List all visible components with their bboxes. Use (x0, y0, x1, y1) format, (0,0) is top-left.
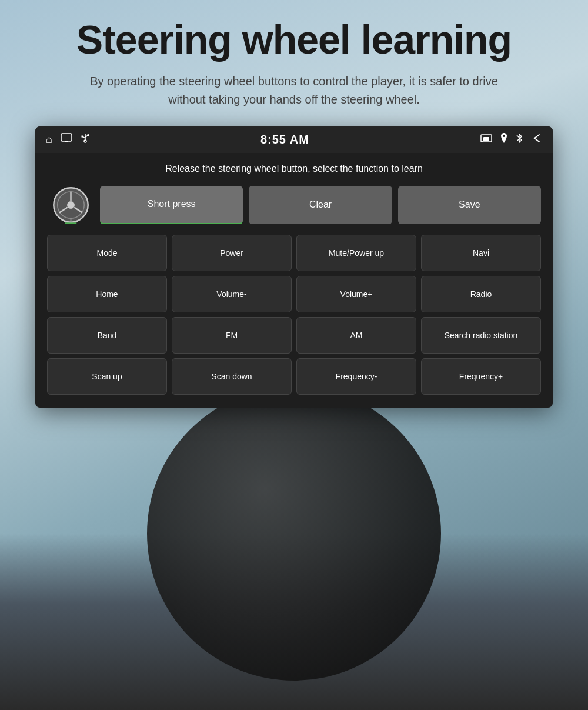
controls-row: Short press Clear Save (47, 186, 541, 224)
svg-rect-9 (483, 137, 489, 141)
clear-button[interactable]: Clear (249, 186, 392, 224)
btn-volume-minus[interactable]: Volume- (172, 276, 292, 312)
status-right (480, 132, 542, 147)
btn-power[interactable]: Power (172, 235, 292, 271)
steering-wheel-bg (147, 386, 441, 681)
btn-mute-power-up[interactable]: Mute/Power up (296, 235, 416, 271)
btn-radio[interactable]: Radio (421, 276, 541, 312)
btn-volume-plus[interactable]: Volume+ (296, 276, 416, 312)
home-icon[interactable]: ⌂ (46, 134, 52, 146)
status-time: 8:55 AM (260, 133, 309, 146)
btn-band[interactable]: Band (47, 317, 167, 354)
svg-point-4 (87, 134, 89, 136)
steering-wheel-icon-wrap (47, 186, 94, 224)
btn-search-radio-station[interactable]: Search radio station (421, 317, 541, 354)
bluetooth-icon[interactable] (515, 132, 523, 147)
save-button[interactable]: Save (398, 186, 541, 224)
screen-icon[interactable] (61, 133, 72, 146)
btn-am[interactable]: AM (296, 317, 416, 354)
btn-scan-down[interactable]: Scan down (172, 358, 292, 395)
svg-rect-6 (81, 135, 83, 137)
back-icon[interactable] (530, 132, 542, 147)
svg-rect-0 (61, 134, 72, 141)
svg-point-7 (84, 140, 86, 142)
ui-main: Release the steering wheel button, selec… (35, 153, 553, 408)
page-title: Steering wheel learning (76, 18, 512, 62)
function-button-grid: Mode Power Mute/Power up Navi Home Volum… (47, 235, 541, 395)
btn-fm[interactable]: FM (172, 317, 292, 354)
svg-rect-1 (65, 141, 68, 142)
btn-frequency-plus[interactable]: Frequency+ (421, 358, 541, 395)
location-icon[interactable] (500, 132, 508, 147)
short-press-button[interactable]: Short press (100, 186, 243, 224)
content-wrapper: Steering wheel learning By operating the… (0, 0, 588, 408)
page-subtitle: By operating the steering wheel buttons … (88, 72, 500, 109)
btn-mode[interactable]: Mode (47, 235, 167, 271)
btn-navi[interactable]: Navi (421, 235, 541, 271)
usb-icon[interactable] (81, 132, 90, 147)
svg-point-14 (67, 201, 75, 209)
svg-point-11 (503, 135, 505, 137)
cast-icon[interactable] (480, 133, 493, 146)
btn-frequency-minus[interactable]: Frequency- (296, 358, 416, 395)
btn-home[interactable]: Home (47, 276, 167, 312)
status-bar: ⌂ (35, 126, 553, 153)
steering-wheel-icon (52, 186, 90, 224)
status-left: ⌂ (46, 132, 90, 147)
instruction-text: Release the steering wheel button, selec… (47, 164, 541, 174)
btn-scan-up[interactable]: Scan up (47, 358, 167, 395)
device-screen: ⌂ (35, 126, 553, 408)
